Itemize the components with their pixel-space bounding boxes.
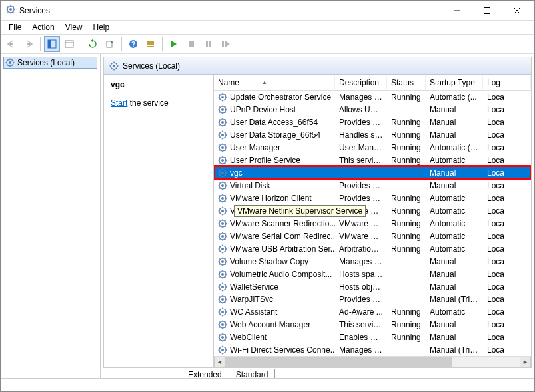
- table-row[interactable]: User ManagerUser Manag...RunningAutomati…: [214, 141, 531, 154]
- service-logon: Loca: [483, 143, 531, 152]
- service-name: UPnP Device Host: [230, 105, 296, 114]
- service-status: Running: [387, 307, 426, 317]
- service-startup: Manual: [426, 181, 483, 190]
- back-button[interactable]: [3, 36, 19, 52]
- pause-service-button[interactable]: [201, 36, 217, 52]
- table-row[interactable]: VMware USB Arbitration Ser...Arbitration…: [214, 242, 531, 255]
- gear-icon: [218, 219, 227, 228]
- service-logon: Loca: [483, 105, 531, 114]
- col-startup[interactable]: Startup Type: [426, 76, 483, 89]
- service-name: Volume Shadow Copy: [230, 257, 308, 266]
- col-name[interactable]: Name▲: [214, 76, 335, 89]
- table-row[interactable]: vgcManualLoca: [214, 166, 531, 179]
- service-status: Running: [387, 93, 426, 102]
- gear-icon: [218, 130, 227, 140]
- service-logon: Loca: [483, 156, 531, 165]
- svg-rect-28: [209, 41, 211, 47]
- export-button[interactable]: [102, 36, 118, 52]
- service-logon: Loca: [483, 219, 531, 228]
- menu-view[interactable]: View: [60, 21, 88, 33]
- svg-rect-18: [65, 41, 73, 47]
- service-name: WarpJITSvc: [230, 295, 273, 304]
- forward-button[interactable]: [21, 36, 37, 52]
- gear-icon: [218, 333, 227, 342]
- grid-rows[interactable]: Update Orchestrator ServiceManages W...R…: [214, 91, 531, 356]
- help-button[interactable]: ?: [125, 36, 141, 52]
- service-description: This service ...: [335, 156, 387, 165]
- service-description: Enables Win...: [335, 333, 387, 342]
- service-name: WebClient: [230, 333, 267, 342]
- svg-rect-24: [147, 43, 154, 45]
- stop-service-button[interactable]: [183, 36, 199, 52]
- table-row[interactable]: WC AssistantAd-Aware ...RunningAutomatic…: [214, 305, 531, 318]
- gear-icon: [218, 118, 227, 127]
- service-name: WC Assistant: [230, 307, 277, 317]
- table-row[interactable]: UPnP Device HostAllows UPn...ManualLoca: [214, 103, 531, 116]
- filter-button[interactable]: [143, 36, 159, 52]
- table-row[interactable]: Volumetric Audio Composit...Hosts spatia…: [214, 268, 531, 280]
- maximize-button[interactable]: [472, 1, 502, 20]
- service-name: vgc: [230, 168, 243, 178]
- tab-standard[interactable]: Standard: [229, 369, 276, 378]
- properties-button[interactable]: [61, 36, 77, 52]
- tab-extended[interactable]: Extended: [181, 369, 229, 378]
- service-startup: Automatic: [426, 244, 483, 254]
- table-row[interactable]: User Data Access_66f54Provides ap...Runn…: [214, 116, 531, 128]
- service-description: Provides m...: [335, 181, 387, 190]
- service-name: User Data Access_66f54: [230, 118, 318, 127]
- table-row[interactable]: VMware Scanner Redirectio...VMware Sca..…: [214, 217, 531, 230]
- service-description: Manages W...: [335, 93, 387, 102]
- scroll-track[interactable]: [225, 357, 520, 368]
- scroll-thumb[interactable]: [225, 357, 452, 368]
- service-startup: Manual: [426, 168, 483, 178]
- svg-rect-29: [222, 41, 224, 47]
- service-description: Allows UPn...: [335, 105, 387, 114]
- restart-service-button[interactable]: [218, 36, 234, 52]
- titlebar[interactable]: Services: [1, 1, 534, 21]
- start-link[interactable]: Start: [111, 98, 127, 108]
- table-row[interactable]: User Profile ServiceThis service ...Runn…: [214, 154, 531, 166]
- service-description: Manages an...: [335, 257, 387, 266]
- table-row[interactable]: Update Orchestrator ServiceManages W...R…: [214, 91, 531, 103]
- service-startup: Manual: [426, 282, 483, 292]
- table-row[interactable]: WalletServiceHosts objec...ManualLoca: [214, 280, 531, 293]
- show-hide-tree-button[interactable]: [44, 36, 60, 52]
- service-description: Provides a JI...: [335, 295, 387, 304]
- menu-help[interactable]: Help: [88, 21, 115, 33]
- table-row[interactable]: VMware Serial Com Redirec...VMware Ser..…: [214, 230, 531, 242]
- service-startup: Automatic: [426, 194, 483, 203]
- table-row[interactable]: Virtual DiskProvides m...ManualLoca: [214, 179, 531, 192]
- service-description: Hosts objec...: [335, 282, 387, 292]
- service-startup: Manual: [426, 105, 483, 114]
- scroll-left-button[interactable]: ◄: [214, 357, 225, 368]
- service-name: User Manager: [230, 143, 280, 152]
- table-row[interactable]: Web Account ManagerThis service ...Runni…: [214, 318, 531, 331]
- menu-action[interactable]: Action: [27, 21, 59, 33]
- table-row[interactable]: Wi-Fi Direct Services Conne...Manages co…: [214, 343, 531, 356]
- close-button[interactable]: [502, 1, 532, 20]
- scroll-right-button[interactable]: ►: [520, 357, 531, 368]
- tree-root[interactable]: Services (Local): [3, 57, 97, 69]
- table-row[interactable]: WebClientEnables Win...RunningManualLoca: [214, 331, 531, 343]
- table-row[interactable]: WarpJITSvcProvides a JI...Manual (Trig..…: [214, 293, 531, 305]
- h-scrollbar[interactable]: ◄ ►: [214, 356, 531, 367]
- svg-rect-25: [147, 46, 154, 47]
- svg-rect-26: [189, 41, 194, 47]
- col-logon[interactable]: Log: [483, 76, 531, 89]
- minimize-button[interactable]: [442, 1, 472, 20]
- col-status[interactable]: Status: [387, 76, 426, 89]
- table-row[interactable]: Volume Shadow CopyManages an...ManualLoc…: [214, 255, 531, 268]
- table-row[interactable]: User Data Storage_66f54Handles sto...Run…: [214, 128, 531, 141]
- refresh-button[interactable]: [85, 36, 101, 52]
- gear-icon: [5, 58, 15, 67]
- service-name: VMware Serial Com Redirec...: [230, 232, 335, 241]
- service-startup: Automatic: [426, 156, 483, 165]
- tooltip: VMware Netlink Supervisor Service: [234, 205, 366, 217]
- service-logon: Loca: [483, 181, 531, 190]
- menu-file[interactable]: File: [3, 21, 27, 33]
- table-row[interactable]: VMware Horizon ClientProvides Ho...Runni…: [214, 192, 531, 204]
- left-tree[interactable]: Services (Local): [1, 54, 101, 378]
- start-service-button[interactable]: [166, 36, 182, 52]
- col-description[interactable]: Description: [335, 76, 387, 89]
- gear-icon: [218, 232, 227, 241]
